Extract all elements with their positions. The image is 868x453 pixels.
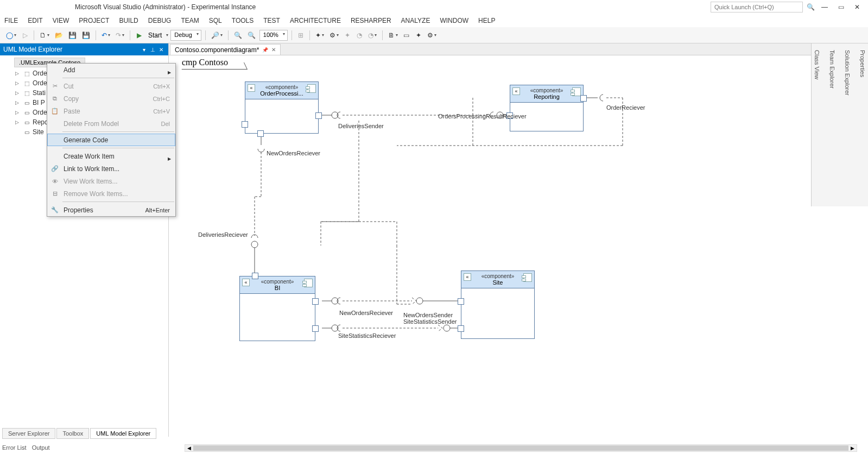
undo-button[interactable]: ↶	[100, 29, 112, 41]
scroll-right-icon[interactable]: ▶	[848, 445, 857, 451]
new-item-button[interactable]: 🗋	[38, 29, 51, 41]
menu-sql[interactable]: SQL	[209, 17, 222, 24]
svg-point-24	[416, 298, 423, 304]
collapse-icon[interactable]: «	[464, 273, 471, 281]
component-bi[interactable]: ««component»BI	[239, 276, 315, 341]
zoom-tool-icon[interactable]: 🔎	[210, 29, 224, 41]
node-icon: ⬚	[23, 70, 30, 77]
panel-dropdown-icon[interactable]: ▾	[140, 46, 148, 53]
port[interactable]	[458, 298, 464, 305]
restore-button[interactable]: ▭	[834, 2, 847, 12]
tool-icon[interactable]: ✦	[343, 29, 352, 41]
pin-icon[interactable]: ⊥	[149, 46, 156, 53]
document-tab[interactable]: Contoso.componentdiagram* 📌 ✕	[170, 44, 281, 55]
expand-icon[interactable]: ▷	[15, 110, 21, 115]
diagram-canvas[interactable]: cmp Contoso .dash{stroke:#555;stroke-wid…	[169, 55, 868, 437]
tool-icon[interactable]: ◔	[366, 29, 378, 41]
ctx-create-work-item[interactable]: Create Work Item	[47, 150, 175, 162]
port[interactable]	[252, 273, 258, 279]
tab-server-explorer[interactable]: Server Explorer	[2, 428, 55, 439]
start-label[interactable]: Start	[146, 32, 164, 39]
menu-build[interactable]: BUILD	[119, 17, 138, 24]
ctx-properties[interactable]: 🔧PropertiesAlt+Enter	[47, 204, 175, 216]
zoom-in-icon[interactable]: 🔍	[232, 29, 244, 41]
tab-output[interactable]: Output	[32, 444, 50, 451]
menu-tools[interactable]: TOOLS	[232, 17, 254, 24]
tab-error-list[interactable]: Error List	[2, 444, 27, 451]
ctx-add[interactable]: Add	[47, 64, 175, 76]
nav-back-button[interactable]: ◯	[4, 29, 18, 41]
expand-icon[interactable]: ▷	[15, 100, 21, 105]
close-button[interactable]: ✕	[851, 2, 864, 12]
side-tab-team-explorer[interactable]: Team Explorer	[828, 47, 837, 203]
port[interactable]	[315, 112, 322, 119]
menu-edit[interactable]: EDIT	[28, 17, 42, 24]
menu-project[interactable]: PROJECT	[79, 17, 109, 24]
menu-help[interactable]: HELP	[478, 17, 495, 24]
menu-architecture[interactable]: ARCHITECTURE	[290, 17, 341, 24]
component-reporting[interactable]: ««component»Reporting	[510, 85, 584, 131]
menu-view[interactable]: VIEW	[53, 17, 69, 24]
side-tab-solution-explorer[interactable]: Solution Explorer	[843, 47, 852, 203]
separator	[96, 30, 96, 40]
zoom-out-icon[interactable]: 🔍	[246, 29, 257, 41]
panel-close-icon[interactable]: ✕	[157, 46, 165, 53]
port[interactable]	[458, 325, 464, 332]
link-icon: 🔗	[50, 165, 59, 173]
tool-icon[interactable]: ✦	[314, 29, 326, 41]
menu-team[interactable]: TEAM	[181, 17, 199, 24]
search-icon[interactable]: 🔍	[806, 3, 815, 11]
collapse-icon[interactable]: «	[242, 279, 250, 286]
menu-file[interactable]: FILE	[4, 17, 18, 24]
tool-icon[interactable]: ⚙	[328, 29, 340, 41]
component-icon	[523, 273, 532, 282]
menu-analyze[interactable]: ANALYZE	[401, 17, 430, 24]
start-button[interactable]: ▶	[134, 29, 144, 41]
tool-icon[interactable]: ◔	[354, 29, 364, 41]
port[interactable]	[257, 130, 264, 137]
open-button[interactable]: 📂	[53, 29, 65, 41]
component-site[interactable]: ««component»Site	[461, 270, 535, 339]
expand-icon[interactable]: ▷	[15, 90, 21, 96]
ctx-link-work-item[interactable]: 🔗Link to Work Item...	[47, 162, 175, 175]
port[interactable]	[312, 298, 319, 305]
nav-forward-button[interactable]: ▷	[20, 29, 30, 41]
gear-icon[interactable]: ⚙	[426, 29, 438, 41]
save-button[interactable]: 💾	[67, 29, 78, 41]
tab-uml-explorer[interactable]: UML Model Explorer	[90, 428, 156, 439]
expand-icon[interactable]: ▷	[15, 71, 21, 76]
tab-toolbox[interactable]: Toolbox	[56, 428, 89, 439]
tool-icon[interactable]: ✦	[414, 29, 423, 41]
tab-close-icon[interactable]: ✕	[271, 47, 276, 53]
pin-icon[interactable]: 📌	[262, 47, 268, 53]
ctx-remove-work-items: ⊟Remove Work Items...	[47, 187, 175, 200]
collapse-icon[interactable]: «	[512, 87, 520, 95]
port[interactable]	[312, 325, 319, 332]
quick-launch-input[interactable]	[711, 2, 803, 12]
horizontal-scrollbar[interactable]: ◀ ▶	[185, 444, 857, 452]
side-tab-class-view[interactable]: Class View	[813, 47, 821, 203]
config-combo[interactable]: Debug	[170, 30, 201, 41]
expand-icon[interactable]: ▷	[15, 80, 21, 86]
component-order-processing[interactable]: ««component»OrderProcessi...	[245, 81, 319, 134]
scrollbar-thumb[interactable]	[193, 445, 848, 451]
menu-test[interactable]: TEST	[263, 17, 280, 24]
side-tab-properties[interactable]: Properties	[858, 47, 867, 203]
port[interactable]	[242, 121, 248, 128]
tool-icon[interactable]: ▭	[402, 29, 411, 41]
component-icon	[304, 279, 313, 287]
minimize-button[interactable]: —	[818, 2, 831, 12]
menu-resharper[interactable]: RESHARPER	[351, 17, 391, 24]
save-all-button[interactable]: 💾	[80, 29, 92, 41]
doc-icon[interactable]: 🗎	[387, 29, 400, 41]
port[interactable]	[580, 95, 587, 102]
menu-window[interactable]: WINDOW	[440, 17, 468, 24]
ctx-generate-code[interactable]: Generate Code	[47, 134, 175, 146]
zoom-combo[interactable]: 100%	[259, 30, 288, 41]
menu-debug[interactable]: DEBUG	[148, 17, 172, 24]
layout-icon[interactable]: ⊞	[296, 29, 306, 41]
expand-icon[interactable]: ▷	[15, 119, 21, 125]
collapse-icon[interactable]: «	[248, 84, 255, 92]
redo-button[interactable]: ↷	[114, 29, 126, 41]
scroll-left-icon[interactable]: ◀	[185, 445, 193, 451]
